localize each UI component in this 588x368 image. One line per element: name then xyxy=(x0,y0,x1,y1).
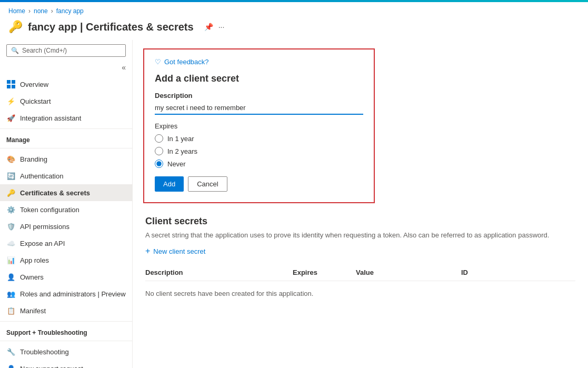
search-icon: 🔍 xyxy=(11,47,19,54)
col-id: ID xyxy=(461,268,575,276)
roles-admin-icon: 👥 xyxy=(6,289,16,299)
svg-rect-1 xyxy=(12,80,15,84)
quickstart-icon: ⚡ xyxy=(6,96,16,106)
search-box[interactable]: 🔍 Search (Cmd+/) xyxy=(6,44,126,57)
sidebar-label-token: Token configuration xyxy=(20,206,79,214)
pin-icon[interactable]: 📌 xyxy=(204,23,213,31)
dialog-actions: Add Cancel xyxy=(155,176,363,192)
sidebar-search-wrap: 🔍 Search (Cmd+/) xyxy=(0,40,132,61)
sidebar-label-roles-admin: Roles and administrators | Preview xyxy=(20,290,126,298)
sidebar-item-integration[interactable]: 🚀 Integration assistant xyxy=(0,110,132,126)
sidebar-label-troubleshooting: Troubleshooting xyxy=(20,348,69,356)
expires-2years-option[interactable]: In 2 years xyxy=(155,147,363,155)
expires-1year-radio[interactable] xyxy=(155,134,163,143)
api-permissions-icon: 🛡️ xyxy=(6,222,16,231)
sidebar-item-quickstart[interactable]: ⚡ Quickstart xyxy=(0,93,132,110)
sidebar-label-certificates: Certificates & secrets xyxy=(20,189,90,197)
more-icon[interactable]: ··· xyxy=(218,23,225,31)
sidebar-item-manifest[interactable]: 📋 Manifest xyxy=(0,302,132,319)
sidebar-item-owners[interactable]: 👤 Owners xyxy=(0,268,132,285)
sidebar-item-roles-admin[interactable]: 👥 Roles and administrators | Preview xyxy=(0,285,132,302)
support-section-label: Support + Troubleshooting xyxy=(0,324,132,339)
client-secrets-section: Client secrets A secret string that the … xyxy=(133,203,588,306)
expires-2years-label: In 2 years xyxy=(167,147,197,155)
token-icon: ⚙️ xyxy=(6,205,16,214)
sidebar-divider-1 xyxy=(0,128,132,129)
expires-never-option[interactable]: Never xyxy=(155,160,363,168)
owners-icon: 👤 xyxy=(6,272,16,282)
sidebar-label-manifest: Manifest xyxy=(20,307,46,315)
col-description: Description xyxy=(145,268,293,276)
plus-icon: + xyxy=(145,246,150,256)
dialog-title: Add a client secret xyxy=(155,73,363,84)
breadcrumb-sep2: › xyxy=(51,7,53,15)
sidebar-item-new-support[interactable]: 👤 New support request xyxy=(0,360,132,368)
app-roles-icon: 📊 xyxy=(6,255,16,265)
sidebar-item-expose-api[interactable]: ☁️ Expose an API xyxy=(0,235,132,252)
secrets-table-header: Description Expires Value ID xyxy=(145,264,575,281)
sidebar-label-integration: Integration assistant xyxy=(20,114,81,122)
sidebar-item-branding[interactable]: 🎨 Branding xyxy=(0,151,132,167)
feedback-label[interactable]: Got feedback? xyxy=(164,58,209,66)
sidebar-divider-2 xyxy=(0,148,132,148)
expires-never-label: Never xyxy=(167,160,186,168)
authentication-icon: 🔄 xyxy=(6,171,16,181)
troubleshooting-icon: 🔧 xyxy=(6,347,16,356)
new-secret-label: New client secret xyxy=(153,247,205,255)
manage-section-label: Manage xyxy=(0,131,132,146)
add-button[interactable]: Add xyxy=(155,176,184,192)
sidebar-item-api-permissions[interactable]: 🛡️ API permissions xyxy=(0,218,132,235)
description-label: Description xyxy=(155,92,363,100)
breadcrumb-home[interactable]: Home xyxy=(8,7,25,15)
breadcrumb-none[interactable]: none xyxy=(34,7,48,15)
sidebar-label-branding: Branding xyxy=(20,155,47,163)
search-placeholder: Search (Cmd+/) xyxy=(22,47,67,54)
integration-icon: 🚀 xyxy=(6,113,16,123)
branding-icon: 🎨 xyxy=(6,154,16,164)
sidebar-item-app-roles[interactable]: 📊 App roles xyxy=(0,252,132,268)
sidebar-label-new-support: New support request xyxy=(20,365,83,369)
page-header: 🔑 fancy app | Certificates & secrets 📌 ·… xyxy=(0,18,588,40)
sidebar-label-quickstart: Quickstart xyxy=(20,97,51,105)
svg-rect-0 xyxy=(7,80,11,84)
dialog-area: ♡ Got feedback? Add a client secret Desc… xyxy=(133,40,588,203)
client-secrets-desc: A secret string that the application use… xyxy=(145,231,575,239)
sidebar-item-certificates[interactable]: 🔑 Certificates & secrets xyxy=(0,184,132,201)
expires-1year-option[interactable]: In 1 year xyxy=(155,134,363,143)
expires-1year-label: In 1 year xyxy=(167,135,194,143)
description-input[interactable] xyxy=(155,102,363,115)
manifest-icon: 📋 xyxy=(6,306,16,315)
breadcrumb-sep1: › xyxy=(28,7,31,15)
breadcrumb-app[interactable]: fancy app xyxy=(56,7,84,15)
sidebar-label-expose-api: Expose an API xyxy=(20,240,65,247)
new-secret-button[interactable]: + New client secret xyxy=(145,246,205,256)
svg-rect-3 xyxy=(12,85,15,88)
sidebar-item-token[interactable]: ⚙️ Token configuration xyxy=(0,201,132,218)
expires-label: Expires xyxy=(155,122,363,130)
expires-2years-radio[interactable] xyxy=(155,147,163,155)
sidebar-divider-4 xyxy=(0,341,132,341)
sidebar-item-authentication[interactable]: 🔄 Authentication xyxy=(0,167,132,184)
add-client-secret-dialog: ♡ Got feedback? Add a client secret Desc… xyxy=(143,48,375,203)
sidebar-divider-3 xyxy=(0,321,132,322)
sidebar-label-api-permissions: API permissions xyxy=(20,223,69,231)
feedback-row: ♡ Got feedback? xyxy=(155,58,363,66)
sidebar-collapse-button[interactable]: « xyxy=(119,61,128,74)
sidebar-item-troubleshooting[interactable]: 🔧 Troubleshooting xyxy=(0,343,132,360)
svg-rect-2 xyxy=(7,85,11,88)
expires-section: Expires In 1 year In 2 years Never xyxy=(155,122,363,168)
expose-api-icon: ☁️ xyxy=(6,238,16,248)
col-value: Value xyxy=(356,268,461,276)
page-title: fancy app | Certificates & secrets xyxy=(28,21,194,33)
expires-never-radio[interactable] xyxy=(155,160,163,168)
sidebar-label-authentication: Authentication xyxy=(20,172,63,180)
certificates-icon: 🔑 xyxy=(6,188,16,197)
sidebar-label-app-roles: App roles xyxy=(20,256,49,264)
sidebar-label-overview: Overview xyxy=(20,81,48,88)
header-key-icon: 🔑 xyxy=(8,20,23,34)
heart-icon: ♡ xyxy=(155,58,161,66)
sidebar: 🔍 Search (Cmd+/) « Overview ⚡ Quickstart… xyxy=(0,40,133,368)
sidebar-item-overview[interactable]: Overview xyxy=(0,76,132,93)
secrets-empty-message: No client secrets have been created for … xyxy=(145,281,575,306)
cancel-button[interactable]: Cancel xyxy=(188,176,227,192)
